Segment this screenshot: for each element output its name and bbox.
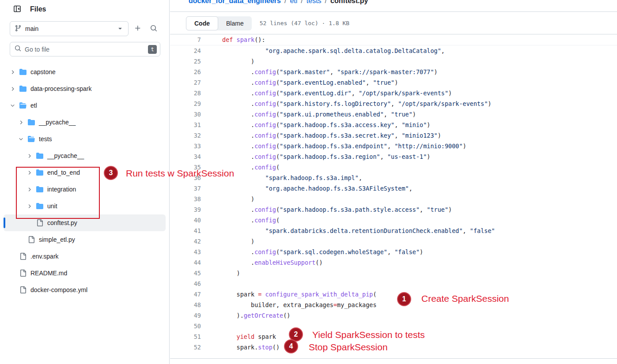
tree-item-label: tests [39, 135, 52, 143]
code-line: 46 [170, 278, 617, 289]
breadcrumb-link[interactable]: tests [307, 0, 322, 4]
app-root: Files main [0, 0, 617, 364]
tree-item-label: README.md [30, 270, 67, 277]
tree-folder-capstone[interactable]: capstone [4, 64, 166, 80]
code-line: 38 ) [170, 194, 617, 204]
tree-file-README.md[interactable]: README.md [4, 265, 166, 281]
branch-row: main [10, 21, 160, 36]
line-number[interactable]: 38 [170, 194, 201, 204]
line-number[interactable]: 52 [170, 342, 201, 353]
line-number[interactable]: 43 [170, 247, 201, 257]
tree-folder-data-processing-spark[interactable]: data-processing-spark [4, 80, 166, 97]
collapse-sidebar-button[interactable] [11, 3, 24, 16]
tree-file-.env.spark[interactable]: .env.spark [4, 248, 166, 265]
main-panel: docker_for_data_engineers/etl/tests/conf… [170, 0, 617, 364]
branch-selector[interactable]: main [10, 21, 129, 36]
folder-icon [19, 68, 26, 75]
tree-file-docker-compose.yml[interactable]: docker-compose.yml [4, 281, 166, 298]
tree-item-label: docker-compose.yml [30, 286, 87, 293]
folder-icon [19, 85, 26, 92]
line-number[interactable]: 25 [170, 56, 201, 67]
tree-folder-__pycache__[interactable]: __pycache__ [4, 114, 166, 131]
git-branch-icon [15, 25, 22, 33]
breadcrumb-separator: / [301, 0, 303, 4]
code-text: spark = configure_spark_with_delta_pip( [201, 289, 377, 300]
code-line: 49 ).getOrCreate() [170, 310, 617, 321]
code-text: .config("spark.hadoop.fs.s3a.access.key"… [201, 120, 430, 130]
chevron-right-icon [25, 153, 34, 159]
code-line: 24 "org.apache.spark.sql.delta.catalog.D… [170, 45, 617, 56]
line-number[interactable]: 34 [170, 151, 201, 162]
line-number[interactable]: 31 [170, 120, 201, 130]
tree-folder-__pycache__[interactable]: __pycache__ [4, 147, 166, 164]
annotation-text-run-tests: Run tests w SparkSession [126, 168, 234, 179]
annotation-circle-3: 3 [104, 166, 118, 180]
line-number[interactable]: 42 [170, 236, 201, 247]
code-line: 37 "org.apache.hadoop.fs.s3a.S3AFileSyst… [170, 183, 617, 194]
code-line: 7def spark(): [170, 34, 617, 45]
code-line: 36 "spark.hadoop.fs.s3a.impl", [170, 173, 617, 183]
go-to-file-input[interactable]: Go to file t [10, 42, 160, 56]
code-lines: 7def spark():24 "org.apache.spark.sql.de… [170, 34, 617, 353]
tab-blame[interactable]: Blame [218, 16, 252, 30]
chevron-right-icon [16, 120, 25, 125]
chevron-down-icon [117, 25, 124, 33]
line-number[interactable]: 33 [170, 141, 201, 151]
line-number[interactable]: 48 [170, 300, 201, 310]
line-number[interactable]: 27 [170, 77, 201, 88]
line-number[interactable]: 24 [170, 45, 201, 56]
annotation-circle-1: 1 [397, 292, 411, 306]
search-button[interactable] [147, 22, 160, 35]
line-number[interactable]: 49 [170, 310, 201, 321]
folder-open-icon [19, 102, 26, 109]
tree-folder-etl[interactable]: etl [4, 97, 166, 114]
code-line: 39 .config("spark.hadoop.fs.s3a.path.sty… [170, 204, 617, 215]
tree-file-simple_etl.py[interactable]: simple_etl.py [4, 231, 166, 248]
breadcrumb-link[interactable]: etl [290, 0, 297, 4]
code-text: def spark(): [201, 34, 265, 45]
line-number[interactable]: 29 [170, 98, 201, 109]
code-text: .config("spark.sql.codegen.wholeStage", … [201, 247, 423, 257]
go-to-file-placeholder: Go to file [25, 46, 144, 53]
file-info: 52 lines (47 loc) · 1.8 KB [260, 20, 350, 26]
add-file-button[interactable] [131, 22, 144, 35]
tree-item-label: capstone [30, 68, 56, 75]
line-number[interactable]: 40 [170, 215, 201, 225]
folder-icon [28, 119, 35, 126]
code-line: 48 builder, extra_packages=my_packages [170, 300, 617, 310]
file-icon [19, 253, 26, 260]
line-number[interactable]: 50 [170, 321, 201, 331]
line-number[interactable]: 44 [170, 257, 201, 268]
tree-folder-tests[interactable]: tests [4, 131, 166, 147]
line-number[interactable]: 41 [170, 225, 201, 236]
code-line: 47 spark = configure_spark_with_delta_pi… [170, 289, 617, 300]
line-number[interactable]: 47 [170, 289, 201, 300]
code-line: 27 .config("spark.eventLog.enabled", "tr… [170, 77, 617, 88]
line-number[interactable]: 39 [170, 204, 201, 215]
line-number[interactable]: 32 [170, 130, 201, 141]
line-number[interactable]: 46 [170, 278, 201, 289]
sidebar-header: Files [0, 0, 169, 18]
code-text: ).getOrCreate() [201, 310, 290, 321]
file-icon [19, 270, 26, 277]
tab-code[interactable]: Code [186, 16, 218, 30]
tree-item-label: simple_etl.py [39, 236, 75, 243]
line-number[interactable]: 28 [170, 88, 201, 98]
shortcut-key-badge: t [148, 45, 157, 54]
line-number[interactable]: 51 [170, 331, 201, 342]
line-number[interactable]: 26 [170, 67, 201, 77]
code-text: .config("spark.ui.prometheus.enabled", "… [201, 109, 416, 120]
line-number[interactable]: 37 [170, 183, 201, 194]
code-text: builder, extra_packages=my_packages [201, 300, 377, 310]
code-text: .config( [201, 215, 280, 225]
line-number[interactable]: 45 [170, 268, 201, 278]
line-number[interactable]: 7 [170, 34, 201, 45]
code-text: .config("spark.eventLog.enabled", "true"… [201, 77, 398, 88]
line-number[interactable]: 30 [170, 109, 201, 120]
breadcrumb-link[interactable]: docker_for_data_engineers [189, 0, 281, 4]
code-text: ) [201, 56, 254, 67]
annotation-circle-4: 4 [284, 339, 298, 353]
code-text: spark.stop() [201, 342, 280, 353]
tree-item-label: data-processing-spark [30, 85, 92, 92]
code-line: 35 .config( [170, 162, 617, 173]
